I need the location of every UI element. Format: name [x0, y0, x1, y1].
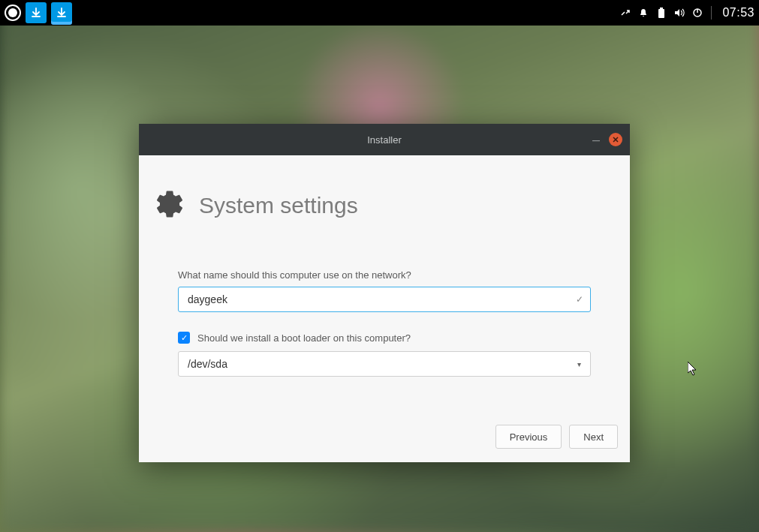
- app-launcher-icon[interactable]: [5, 5, 21, 21]
- taskbar-installer-icon-1[interactable]: [26, 2, 47, 23]
- page-heading: System settings: [154, 188, 591, 223]
- window-titlebar[interactable]: Installer –: [139, 124, 630, 155]
- hostname-group: What name should this computer use on th…: [178, 269, 591, 312]
- network-icon[interactable]: [619, 7, 631, 19]
- clock[interactable]: 07:53: [722, 6, 754, 20]
- svg-rect-1: [660, 8, 663, 9]
- gear-icon: [154, 188, 185, 223]
- bootloader-device-value: /dev/sda: [188, 358, 227, 370]
- tray-separator: [711, 6, 712, 20]
- window-title: Installer: [367, 134, 402, 146]
- next-button[interactable]: Next: [569, 425, 618, 449]
- installer-window: Installer – System settings What name sh…: [139, 124, 630, 462]
- power-icon[interactable]: [691, 7, 703, 19]
- bootloader-device-select[interactable]: /dev/sda ▾: [178, 351, 591, 377]
- top-panel: 07:53: [0, 0, 759, 26]
- svg-rect-0: [658, 9, 664, 18]
- window-close-button[interactable]: [609, 133, 622, 146]
- page-title: System settings: [199, 193, 358, 218]
- chevron-down-icon: ▾: [577, 360, 581, 368]
- notification-bell-icon[interactable]: [637, 7, 649, 19]
- window-minimize-button[interactable]: –: [592, 133, 600, 146]
- hostname-label: What name should this computer use on th…: [178, 269, 591, 281]
- previous-button[interactable]: Previous: [495, 425, 562, 449]
- check-icon: ✓: [576, 294, 583, 305]
- bootloader-checkbox[interactable]: ✓: [178, 332, 190, 344]
- dialog-footer: Previous Next: [139, 411, 630, 462]
- hostname-input[interactable]: [178, 287, 591, 312]
- battery-icon[interactable]: [655, 7, 667, 19]
- volume-icon[interactable]: [673, 7, 685, 19]
- bootloader-group: ✓ Should we install a boot loader on thi…: [178, 332, 591, 377]
- bootloader-label: Should we install a boot loader on this …: [197, 332, 411, 344]
- taskbar-installer-icon-2[interactable]: [51, 2, 72, 23]
